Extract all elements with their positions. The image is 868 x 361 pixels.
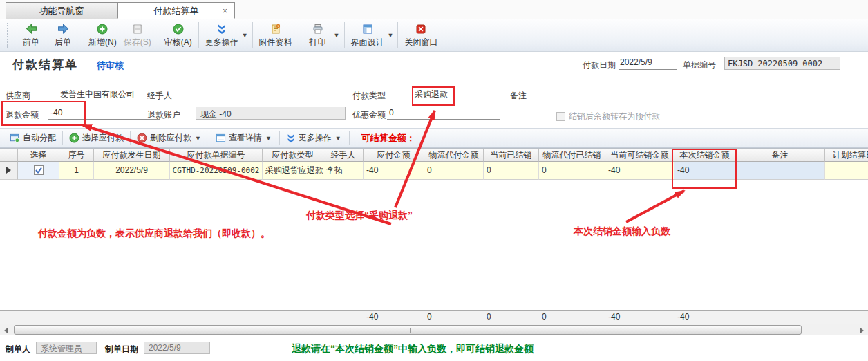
current-row-arrow-icon — [6, 167, 11, 174]
toolbar-separator — [209, 131, 209, 145]
cell-seq[interactable]: 1 — [59, 162, 94, 180]
footer-bar: 制单人 系统管理员 制单日期 2022/5/9 退款请在“本次结销金额”中输入负… — [0, 335, 868, 361]
creator-label: 制单人 — [6, 344, 30, 355]
toolbar-separator — [158, 22, 158, 48]
handler-label: 经手人 — [147, 90, 172, 102]
delete-payable-button[interactable]: 删除应付款 ▼ — [133, 131, 207, 146]
cell-payable-doc-no[interactable]: CGTHD-20220509-0002 — [170, 162, 263, 180]
pay-type-field[interactable]: 采购退款 — [387, 89, 500, 100]
supplier-field[interactable]: 爱普生中国有限公司 — [58, 89, 160, 100]
total-logistics-settled: 0 — [539, 311, 605, 324]
attachments-button[interactable]: 附件资料 — [256, 21, 296, 50]
cell-this-settle[interactable]: -40 — [674, 162, 735, 180]
toolbar-separator — [344, 22, 345, 48]
more-operations-dropdown-icon[interactable]: ▼ — [242, 32, 248, 39]
cell-settleable[interactable]: -40 — [605, 162, 674, 180]
status-badge: 待审核 — [97, 59, 124, 72]
column-header-select[interactable]: 选择 — [18, 149, 59, 162]
pay-date-label: 付款日期 — [583, 59, 616, 71]
column-header — [0, 149, 18, 162]
column-header-logistics-settled[interactable]: 物流代付已结销 — [539, 149, 605, 162]
view-detail-dropdown-icon[interactable]: ▼ — [265, 135, 272, 142]
transfer-balance-checkbox[interactable] — [556, 112, 565, 121]
column-header-payable-date[interactable]: 应付款发生日期 — [94, 149, 170, 162]
column-header-plan-date[interactable]: 计划结算日期 — [825, 149, 868, 162]
detail-toolbar: 自动分配 选择应付款 删除应付款 ▼ 查看详情 ▼ 更多操作 ▼ 可结算金额： — [0, 128, 868, 148]
detail-list-icon — [216, 133, 226, 143]
cell-settled[interactable]: 0 — [484, 162, 539, 180]
total-settleable: -40 — [605, 311, 674, 324]
handler-field[interactable] — [196, 89, 295, 100]
cell-handler[interactable]: 李拓 — [323, 162, 364, 180]
total-logistics-amount: 0 — [424, 311, 484, 324]
next-doc-button[interactable]: 后单 — [47, 21, 79, 50]
column-header-settleable[interactable]: 当前可结销金额 — [605, 149, 674, 162]
pay-type-label: 付款类型 — [352, 90, 386, 102]
new-button[interactable]: 新增(N) — [85, 21, 120, 50]
more-ops-button[interactable]: 更多操作 ▼ — [282, 131, 347, 146]
print-button[interactable]: 打印 — [302, 21, 334, 50]
discount-amount-field[interactable]: 0 — [387, 108, 500, 120]
refund-amount-field[interactable]: -40 — [48, 108, 160, 120]
row-select-cell[interactable] — [18, 162, 59, 180]
ui-design-dropdown-icon[interactable]: ▼ — [388, 32, 394, 39]
cell-remark[interactable] — [735, 162, 825, 180]
column-header-payable-type[interactable]: 应付款类型 — [263, 149, 323, 162]
cell-logistics-settled[interactable]: 0 — [539, 162, 605, 180]
close-window-button[interactable]: 关闭窗口 — [401, 21, 441, 50]
print-dropdown-icon[interactable]: ▼ — [334, 32, 340, 39]
delete-payable-dropdown-icon[interactable]: ▼ — [195, 135, 201, 142]
transfer-balance-label: 结销后余额转存为预付款 — [569, 111, 660, 122]
doc-no-label: 单据编号 — [683, 59, 716, 71]
view-detail-button[interactable]: 查看详情 ▼ — [211, 131, 277, 146]
tab-payment-settlement[interactable]: 付款结算单 × — [117, 2, 235, 19]
column-header-seq[interactable]: 序号 — [59, 149, 94, 162]
column-header-settled[interactable]: 当前已结销 — [484, 149, 539, 162]
toolbar-separator — [299, 22, 299, 48]
column-header-payable-amount[interactable]: 应付金额 — [364, 149, 424, 162]
tab-function-nav[interactable]: 功能导航窗 — [6, 2, 117, 19]
supplier-label: 供应商 — [6, 90, 30, 102]
pay-date-field[interactable]: 2022/5/9 — [619, 57, 677, 70]
column-header-payable-doc-no[interactable]: 应付款单据编号 — [170, 149, 263, 162]
totals-row: -40 0 0 0 -40 -40 — [0, 310, 868, 325]
table-row[interactable]: 1 2022/5/9 CGTHD-20220509-0002 采购退货应退款 李… — [0, 162, 868, 180]
payables-grid: 选择 序号 应付款发生日期 应付款单据编号 应付款类型 经手人 应付金额 物流代… — [0, 148, 868, 335]
prev-doc-button[interactable]: 前单 — [15, 21, 47, 50]
column-header-logistics-amount[interactable]: 物流代付金额 — [424, 149, 484, 162]
tab-close-icon[interactable]: × — [223, 3, 227, 19]
create-date-field: 2022/5/9 — [144, 342, 210, 354]
save-button[interactable]: 保存(S) — [120, 21, 155, 50]
column-header-handler[interactable]: 经手人 — [323, 149, 364, 162]
toolbar-separator — [397, 22, 398, 48]
ui-design-button[interactable]: 界面设计 — [348, 21, 388, 50]
create-date-label: 制单日期 — [105, 344, 138, 355]
tab-strip: 功能导航窗 付款结算单 × — [0, 0, 868, 20]
attachment-icon — [270, 23, 281, 35]
column-header-remark[interactable]: 备注 — [735, 149, 825, 162]
remark-field[interactable] — [553, 89, 639, 100]
refund-account-field[interactable]: 现金 -40 — [196, 107, 346, 120]
auto-allocate-button[interactable]: 自动分配 — [6, 131, 60, 146]
arrow-left-icon — [26, 23, 37, 35]
cell-logistics-amount[interactable]: 0 — [424, 162, 484, 180]
scrollbar-thumb[interactable] — [14, 325, 802, 335]
checkbox-checked-icon[interactable] — [34, 165, 44, 175]
cell-payable-amount[interactable]: -40 — [364, 162, 424, 180]
printer-icon — [312, 23, 323, 35]
cell-plan-date[interactable] — [825, 162, 868, 180]
double-chevron-down-icon — [216, 23, 227, 35]
more-operations-button[interactable]: 更多操作 — [202, 21, 242, 50]
double-chevron-down-icon — [286, 133, 296, 143]
toolbar-separator — [62, 131, 63, 145]
audit-button[interactable]: 审核(A) — [161, 21, 196, 50]
tab-label: 付款结算单 — [154, 6, 199, 16]
payment-settlement-window: 功能导航窗 付款结算单 × 前单 后单 新增(N) — [0, 0, 868, 361]
cell-payable-date[interactable]: 2022/5/9 — [94, 162, 170, 180]
delete-circle-icon — [137, 133, 147, 143]
more-ops-dropdown-icon[interactable]: ▼ — [335, 135, 341, 142]
column-header-this-settle[interactable]: 本次结销金额 — [674, 149, 735, 162]
select-payable-button[interactable]: 选择应付款 — [65, 131, 128, 146]
cell-payable-type[interactable]: 采购退货应退款 — [263, 162, 323, 180]
close-window-icon — [415, 23, 426, 35]
